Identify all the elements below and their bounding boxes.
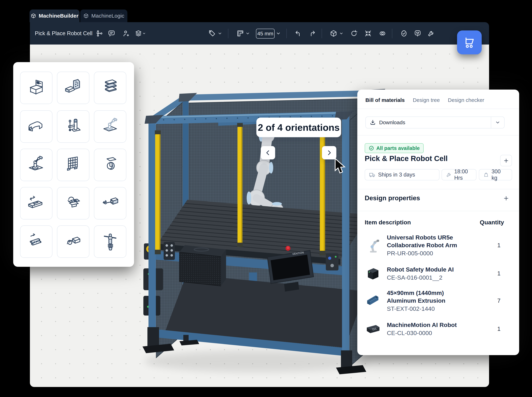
tab-label: MachineLogic (91, 13, 124, 19)
palette-item-leveling-foot[interactable] (94, 225, 126, 258)
tab-machinebuilder[interactable]: MachineBuilder (30, 10, 79, 22)
add-assembly-button[interactable] (500, 155, 512, 166)
tag-button[interactable] (208, 29, 216, 38)
toolbar-separator (286, 29, 287, 38)
robot-arm-on-plate-icon (100, 116, 120, 137)
safety-module-thumbnail (365, 265, 382, 282)
mounting-bracket-icon (63, 78, 83, 98)
palette-item-machine-hood[interactable] (20, 110, 52, 143)
check-button[interactable] (400, 29, 408, 38)
cart-button[interactable] (457, 31, 482, 54)
view-cube-chevron[interactable] (338, 29, 344, 38)
size-chevron[interactable] (275, 29, 282, 38)
layers-dropdown[interactable] (134, 29, 146, 38)
downloads-label: Downloads (379, 119, 405, 125)
bom-item-code: ST-EXT-002-1440 (387, 305, 463, 313)
controller-thumbnail (365, 320, 382, 337)
undo-button[interactable] (294, 29, 303, 38)
downloads-split-button[interactable]: Downloads (365, 117, 505, 129)
ships-label: Ships in 3 days (378, 172, 415, 178)
orientation-next-button[interactable] (322, 146, 336, 159)
view-cube-button[interactable] (329, 29, 338, 38)
measure-button[interactable] (236, 29, 245, 38)
workstation-icon (26, 78, 46, 98)
aluminum-extrusion-thumbnail (365, 292, 382, 309)
panel-divider (357, 189, 519, 189)
items-header-description: Item description (365, 219, 411, 226)
rotate-button[interactable] (350, 29, 358, 38)
linear-actuator-icon (100, 193, 120, 213)
palette-item-safety-fence[interactable] (57, 149, 89, 181)
panel-tab-bill-of-materials[interactable]: Bill of materials (365, 97, 405, 103)
panel-tab-design-checker[interactable]: Design checker (448, 97, 484, 103)
chevron-down-icon (339, 31, 343, 36)
panel-divider (357, 135, 519, 136)
bom-item-title: 45×90mm (1440mm) Aluminum Extrusion (387, 289, 463, 304)
orientation-pill: 2 of 4 orientations (256, 118, 341, 137)
wrench-icon (446, 172, 452, 178)
machine-hood-icon (26, 116, 46, 137)
bom-row[interactable]: Robot Safety Module AI CE-SA-016-0001__2… (365, 263, 512, 284)
palette-item-mounting-bracket[interactable] (57, 72, 89, 104)
toolbar-separator (392, 29, 392, 38)
center-fit-icon (364, 30, 372, 37)
palette-item-caster-wheel[interactable] (94, 149, 126, 181)
bom-item-code: CE-CL-030-0000 (387, 329, 463, 337)
bom-row[interactable]: MachineMotion AI Robot CE-CL-030-0000 1 (365, 318, 512, 340)
version-branch-button[interactable] (95, 29, 104, 38)
add-user-icon (122, 30, 129, 37)
tab-label: MachineBuilder (39, 13, 79, 19)
bill-of-materials-panel: Bill of materials Design tree Design che… (357, 90, 519, 355)
measure-chevron[interactable] (245, 29, 251, 38)
cube-icon (83, 13, 89, 19)
bom-row[interactable]: 45×90mm (1440mm) Aluminum Extrusion ST-E… (365, 287, 512, 315)
tools-button[interactable] (427, 29, 435, 38)
palette-item-vertical-clamp[interactable] (57, 110, 89, 143)
palette-item-stacked-plates[interactable] (94, 72, 126, 104)
redo-button[interactable] (308, 29, 316, 38)
downloads-chevron[interactable] (491, 120, 504, 125)
palette-item-linear-actuator[interactable] (94, 187, 126, 219)
palette-item-linear-slide[interactable] (20, 187, 52, 219)
palette-item-workstation[interactable] (20, 72, 52, 104)
orientation-label: 2 of 4 orientations (258, 122, 340, 133)
conveyor-icon (26, 231, 46, 252)
panel-title: Pick & Place Robot Cell (365, 154, 447, 163)
palette-item-robot-arm-mounted[interactable] (20, 149, 52, 181)
bom-item-qty: 1 (486, 326, 512, 332)
bom-item-qty: 1 (486, 242, 512, 249)
intersect-icon (379, 30, 386, 37)
feedback-button[interactable] (413, 29, 422, 38)
assembly-time-label: 18:00 Hrs (454, 168, 472, 181)
ships-chip: Ships in 3 days (365, 169, 440, 180)
orientation-prev-button[interactable] (261, 146, 275, 159)
wrench-icon (427, 30, 435, 37)
intersect-button[interactable] (378, 29, 387, 38)
project-name-dropdown[interactable]: Pick & Place Robot Cell (35, 22, 100, 44)
palette-item-rotary-actuator[interactable] (57, 187, 89, 219)
panel-divider (357, 109, 519, 109)
weight-icon (483, 172, 489, 178)
availability-badge: All parts available (365, 143, 424, 153)
bom-row[interactable]: Universal Robots UR5e Collaborative Robo… (365, 231, 512, 259)
tab-machinelogic[interactable]: MachineLogic (80, 10, 127, 22)
palette-item-conveyor[interactable] (20, 225, 52, 258)
expand-design-properties-button[interactable] (502, 194, 510, 203)
leveling-foot-icon (100, 231, 120, 252)
panel-tab-design-tree[interactable]: Design tree (413, 97, 440, 103)
center-fit-button[interactable] (364, 29, 372, 38)
palette-item-motor[interactable] (57, 225, 89, 258)
comments-button[interactable] (107, 29, 116, 38)
tag-chevron[interactable] (217, 29, 223, 38)
chevron-right-icon (326, 150, 332, 156)
view-cube-icon (330, 30, 337, 37)
layers-icon (135, 30, 142, 37)
add-user-button[interactable] (121, 29, 130, 38)
project-name: Pick & Place Robot Cell (35, 30, 92, 37)
check-circle-icon (369, 145, 374, 151)
chevron-down-icon (276, 31, 281, 36)
feedback-smiley-icon (414, 30, 422, 37)
size-value-box[interactable]: 45 mm (256, 29, 275, 38)
palette-item-robot-arm-on-plate[interactable] (94, 110, 126, 143)
weight-label: 300 kg (492, 168, 508, 181)
